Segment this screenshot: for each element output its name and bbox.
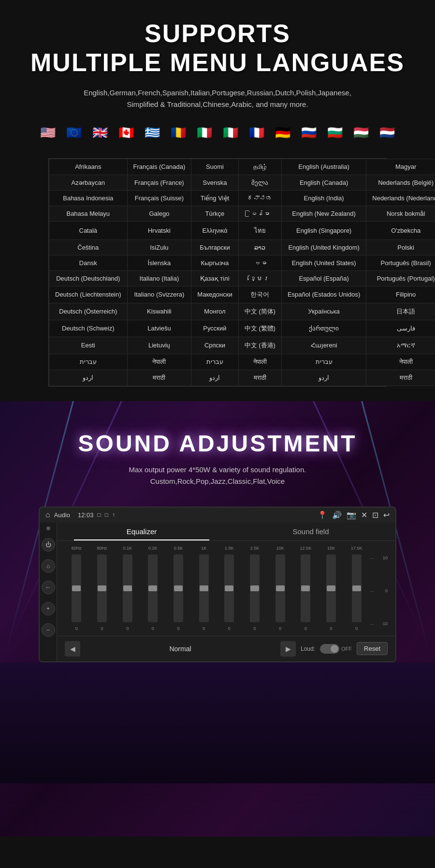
prev-preset-button[interactable]: ◀ — [65, 641, 80, 657]
lang-cell: Français (France) — [127, 175, 191, 190]
bottom-gradient — [0, 662, 435, 783]
freq-label-5: 1K — [201, 546, 206, 551]
eq-channel-2: 0.1K0 — [116, 546, 139, 631]
nav-icon-window[interactable]: ⊡ — [372, 510, 378, 520]
lang-cell: नेपाली — [366, 354, 435, 370]
eq-channel-10: 15K0 — [319, 546, 343, 631]
lang-cell: मराठी — [238, 370, 281, 386]
lang-cell: Ελληνικά — [191, 221, 238, 239]
eq-slider-track-1[interactable] — [97, 554, 107, 622]
eq-slider-thumb-0[interactable] — [72, 585, 81, 591]
lang-cell: Bahasa Indonesia — [49, 190, 128, 206]
flag-bg: 🇧🇬 — [324, 122, 346, 144]
lang-cell: Deutsch (Deutschland) — [49, 270, 128, 286]
sidebar-home-btn[interactable]: ⌂ — [42, 559, 55, 573]
eq-slider-thumb-7[interactable] — [250, 585, 259, 591]
eq-slider-thumb-3[interactable] — [148, 585, 157, 591]
eq-slider-track-10[interactable] — [326, 554, 336, 622]
lang-cell: English (India) — [281, 190, 366, 206]
flag-gb: 🇬🇧 — [89, 122, 111, 144]
preset-label: Normal — [85, 645, 276, 653]
lang-cell: Українська — [281, 303, 366, 320]
flags-row: 🇺🇸 🇪🇺 🇬🇧 🇨🇦 🇬🇷 🇷🇴 🇮🇹 🇮🇹 🇫🇷 🇩🇪 🇷🇺 🇧🇬 🇭🇺 🇳… — [29, 122, 406, 144]
lang-cell: English (Singapore) — [281, 221, 366, 239]
lang-cell: Հայereni — [281, 337, 366, 354]
tab-sound-field[interactable]: Sound field — [226, 523, 395, 540]
lang-cell: Suomi — [191, 159, 238, 175]
eq-slider-thumb-8[interactable] — [276, 585, 285, 591]
eq-slider-thumb-11[interactable] — [352, 585, 361, 591]
eq-slider-thumb-6[interactable] — [225, 585, 233, 591]
eq-slider-track-6[interactable] — [224, 554, 234, 622]
lang-cell: Norsk bokmål — [366, 206, 435, 221]
eq-slider-thumb-2[interactable] — [123, 585, 132, 591]
eq-slider-track-4[interactable] — [174, 554, 183, 622]
flag-gr: 🇬🇷 — [142, 122, 163, 144]
eq-slider-track-5[interactable] — [199, 554, 209, 622]
eq-slider-track-7[interactable] — [250, 554, 260, 622]
next-preset-button[interactable]: ▶ — [280, 641, 296, 657]
flag-eu: 🇪🇺 — [63, 122, 85, 144]
eq-slider-track-3[interactable] — [148, 554, 158, 622]
eq-channel-9: 12.5K0 — [294, 546, 318, 631]
eq-slider-track-9[interactable] — [301, 554, 310, 622]
freq-label-10: 15K — [327, 546, 335, 551]
lang-cell: Azərbaycan — [49, 175, 128, 190]
nav-icon-volume[interactable]: 🔊 — [332, 510, 342, 520]
lang-cell: ဗမာ — [238, 255, 281, 270]
lang-cell: IsiZulu — [127, 239, 191, 255]
nav-icon-camera[interactable]: 📷 — [347, 510, 356, 520]
eq-slider-track-11[interactable] — [352, 554, 362, 622]
lang-cell: Italiano (Italia) — [127, 270, 191, 286]
nav-icon-close[interactable]: ✕ — [361, 510, 367, 520]
lang-cell: தமிழ் — [238, 159, 281, 175]
sidebar-back-btn[interactable]: ← — [42, 581, 55, 594]
lang-cell: ქართული — [281, 320, 366, 337]
eq-bottom: ◀ Normal ▶ Loud: OFF Reset — [57, 636, 395, 661]
eq-slider-track-8[interactable] — [276, 554, 285, 622]
nav-icon-pin[interactable]: 📍 — [318, 510, 327, 520]
lang-cell: Русский — [191, 320, 238, 337]
lang-cell: 日本語 — [366, 303, 435, 320]
status-icon-2: □ — [105, 511, 108, 518]
lang-cell: Bahasa Melayu — [49, 206, 128, 221]
eq-slider-thumb-10[interactable] — [327, 585, 335, 591]
sidebar-vol-up-btn[interactable]: + — [42, 602, 55, 615]
flag-hu: 🇭🇺 — [350, 122, 372, 144]
flag-ca: 🇨🇦 — [116, 122, 137, 144]
eq-channel-5: 1K0 — [192, 546, 216, 631]
eq-value-label-2: 0 — [126, 626, 129, 631]
lang-cell: Deutsch (Schweiz) — [49, 320, 128, 337]
eq-slider-track-2[interactable] — [123, 554, 132, 622]
nav-icon-back[interactable]: ↩ — [383, 510, 390, 520]
sidebar-vol-down-btn[interactable]: − — [42, 623, 55, 637]
lang-cell: नेपाली — [127, 354, 191, 370]
language-table-container: AfrikaansFrançais (Canada)Suomiதமிழ்Engl… — [48, 158, 387, 387]
eq-slider-thumb-5[interactable] — [200, 585, 208, 591]
lang-cell: Кыргызча — [191, 255, 238, 270]
flag-ro: 🇷🇴 — [168, 122, 189, 144]
eq-slider-track-0[interactable] — [72, 554, 81, 622]
loud-toggle[interactable]: OFF — [320, 644, 352, 654]
bottom-decoration — [0, 662, 435, 783]
lang-cell: 한국어 — [238, 286, 281, 303]
lang-cell: 中文 (香港) — [238, 337, 281, 354]
toggle-track[interactable] — [320, 644, 339, 654]
freq-label-7: 2.5K — [250, 546, 260, 551]
lang-cell: Français (Suisse) — [127, 190, 191, 206]
eq-slider-thumb-9[interactable] — [301, 585, 310, 591]
eq-slider-thumb-4[interactable] — [174, 585, 183, 591]
lang-cell: עברית — [191, 354, 238, 370]
lang-cell: ລາວ — [238, 239, 281, 255]
reset-button[interactable]: Reset — [357, 642, 388, 655]
lang-cell: Deutsch (Liechtenstein) — [49, 286, 128, 303]
tab-equalizer[interactable]: Equalizer — [57, 523, 226, 540]
eq-slider-thumb-1[interactable] — [98, 585, 106, 591]
freq-label-8: 10K — [276, 546, 284, 551]
lang-cell: English (United States) — [281, 255, 366, 270]
lang-cell: Svenska — [191, 175, 238, 190]
sidebar-power-btn[interactable]: ⏻ — [42, 538, 55, 552]
eq-sliders: 60Hz080Hz00.1K00.2K00.5K01K01.5K02.5K010… — [65, 546, 368, 631]
home-icon[interactable]: ⌂ — [45, 510, 50, 519]
loud-label: Loud: — [301, 645, 315, 652]
